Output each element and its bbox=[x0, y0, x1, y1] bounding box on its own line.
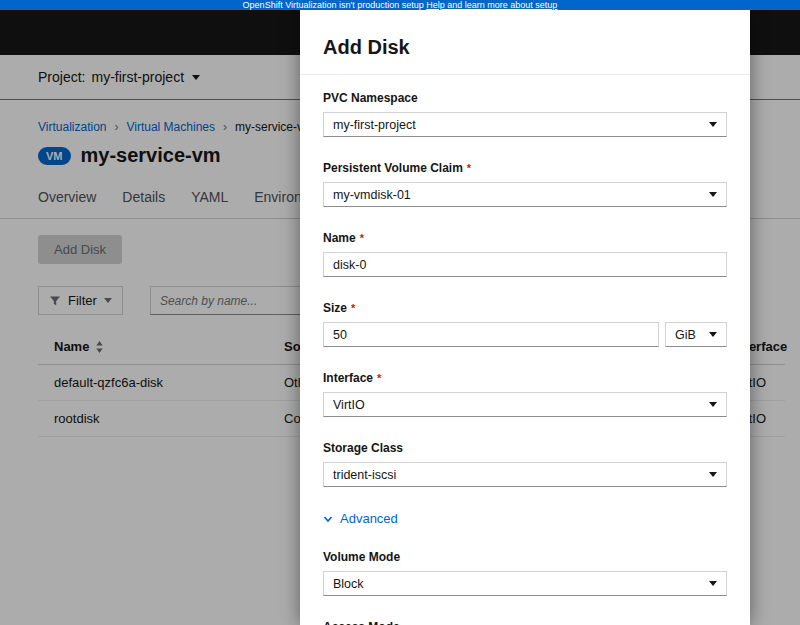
size-label: Size * bbox=[323, 301, 727, 315]
pvc-label: Persistent Volume Claim * bbox=[323, 161, 727, 175]
volume-mode-group: Volume Mode Block bbox=[323, 550, 727, 596]
caret-down-icon bbox=[709, 472, 717, 477]
caret-down-icon bbox=[709, 192, 717, 197]
modal-header: Add Disk bbox=[300, 10, 750, 75]
access-mode-label: Access Mode bbox=[323, 620, 727, 625]
interface-select[interactable]: VirtIO bbox=[323, 392, 727, 417]
chevron-down-icon bbox=[323, 514, 333, 524]
notification-banner: OpenShift Virtualization isn't productio… bbox=[0, 0, 800, 10]
modal-title: Add Disk bbox=[323, 36, 727, 59]
required-indicator: * bbox=[360, 232, 364, 244]
disk-size-input[interactable] bbox=[323, 322, 659, 347]
caret-down-icon bbox=[709, 122, 717, 127]
pvc-group: Persistent Volume Claim * my-vmdisk-01 bbox=[323, 161, 727, 207]
name-label: Name * bbox=[323, 231, 727, 245]
add-disk-modal: Add Disk PVC Namespace my-first-project … bbox=[300, 10, 750, 625]
interface-group: Interface * VirtIO bbox=[323, 371, 727, 417]
volume-mode-select[interactable]: Block bbox=[323, 571, 727, 596]
required-indicator: * bbox=[351, 302, 355, 314]
advanced-toggle[interactable]: Advanced bbox=[323, 511, 727, 526]
pvc-namespace-group: PVC Namespace my-first-project bbox=[323, 91, 727, 137]
storage-class-select[interactable]: trident-iscsi bbox=[323, 462, 727, 487]
pvc-namespace-select[interactable]: my-first-project bbox=[323, 112, 727, 137]
interface-label: Interface * bbox=[323, 371, 727, 385]
banner-link[interactable]: Help and learn more about setup bbox=[426, 0, 557, 10]
disk-name-input[interactable] bbox=[323, 252, 727, 277]
required-indicator: * bbox=[377, 372, 381, 384]
volume-mode-label: Volume Mode bbox=[323, 550, 727, 564]
caret-down-icon bbox=[709, 402, 717, 407]
name-group: Name * bbox=[323, 231, 727, 277]
required-indicator: * bbox=[467, 162, 471, 174]
banner-text: OpenShift Virtualization isn't productio… bbox=[243, 0, 427, 10]
pvc-select[interactable]: my-vmdisk-01 bbox=[323, 182, 727, 207]
caret-down-icon bbox=[709, 332, 717, 337]
storage-class-group: Storage Class trident-iscsi bbox=[323, 441, 727, 487]
pvc-namespace-label: PVC Namespace bbox=[323, 91, 727, 105]
size-group: Size * GiB bbox=[323, 301, 727, 347]
storage-class-label: Storage Class bbox=[323, 441, 727, 455]
size-unit-select[interactable]: GiB bbox=[665, 322, 727, 347]
access-mode-group: Access Mode Shared Access (RWX) bbox=[323, 620, 727, 625]
modal-body: PVC Namespace my-first-project Persisten… bbox=[300, 75, 750, 625]
caret-down-icon bbox=[709, 581, 717, 586]
